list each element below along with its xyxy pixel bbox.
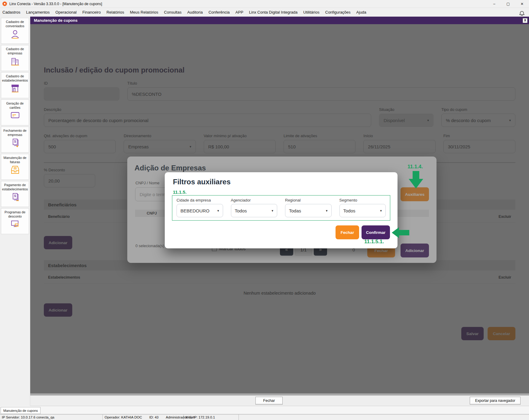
menu-conferencia[interactable]: Conferência (209, 10, 230, 15)
menu-lancamentos[interactable]: Lançamentos (26, 10, 50, 15)
menu-linx-conta-digital[interactable]: Linx Conta Digital Integrada (249, 10, 297, 15)
invoice-dollar-icon: $ (10, 192, 20, 202)
document-tray-icon (10, 165, 20, 174)
close-button[interactable]: ✕ (515, 0, 529, 8)
buildings-icon (10, 57, 20, 66)
invoice-dollar-icon: $ (10, 138, 20, 147)
annotation-11-1-4: 11.1.4. (407, 164, 423, 170)
storefront-icon (10, 84, 20, 93)
person-icon (10, 29, 20, 39)
menu-ajuda[interactable]: Ajuda (356, 10, 366, 15)
bottom-tab-strip: Manutenção de cupons (0, 406, 529, 414)
sidebar: Cadastro de conveniados Cadastro de empr… (0, 17, 30, 406)
bottom-band (30, 393, 529, 396)
filtros-fechar-button[interactable]: Fechar (336, 225, 359, 239)
menu-meus-relatorios[interactable]: Meus Relatórios (130, 10, 158, 15)
menu-cadastros[interactable]: Cadastros (2, 10, 20, 15)
sidebar-item-fechamento-empresas[interactable]: Fechamento de empresas $ (1, 127, 29, 153)
filtros-highlight-box: Cidade da empresa BEBEDOURO Agenciador T… (172, 195, 390, 221)
status-id: ID: 43 (149, 415, 159, 419)
chevron-down-icon (271, 209, 273, 213)
filtros-modal-title: Filtros auxiliares (173, 178, 231, 186)
menu-bar: Cadastros Lançamentos Operacional Financ… (0, 8, 529, 17)
menu-app[interactable]: APP (235, 10, 243, 15)
svg-text:$: $ (14, 194, 16, 198)
tab-bar: Manutenção de cupons X (30, 17, 529, 24)
annotation-left-arrow-icon (392, 227, 409, 238)
window-title: Linx Conecta - Versão 3.33.0.0 - [Manute… (9, 2, 102, 6)
chevron-down-icon (380, 209, 382, 213)
app-window: Linx Conecta - Versão 3.33.0.0 - [Manute… (0, 0, 529, 420)
credit-card-icon (10, 111, 20, 119)
cidade-empresa-label: Cidade da empresa (177, 198, 223, 202)
agenciador-label: Agenciador (231, 198, 277, 202)
segmento-label: Segmento (339, 198, 386, 202)
menu-operacional[interactable]: Operacional (55, 10, 76, 15)
status-operador-group: Operador: KATHIA DOC ID: 43 Administrado… (103, 414, 184, 420)
notifications-bell-icon[interactable] (519, 9, 525, 16)
exportar-navegador-button[interactable]: Exportar para navegador (470, 397, 521, 405)
sidebar-item-pagamento-estabelecimentos[interactable]: Pagamento de estabelecimentos $ (1, 181, 29, 207)
title-bar: Linx Conecta - Versão 3.33.0.0 - [Manute… (0, 0, 529, 8)
chevron-down-icon (217, 209, 219, 213)
sidebar-item-programas-desconto[interactable]: Programas de desconto (1, 208, 29, 234)
app-logo-icon (2, 2, 7, 6)
sidebar-item-geracao-cartoes[interactable]: Geração de cartões (1, 99, 29, 125)
menu-consultas[interactable]: Consultas (164, 10, 182, 15)
minimize-button[interactable]: – (487, 0, 501, 8)
monitor-tag-icon (10, 220, 20, 229)
menu-utilitarios[interactable]: Utilitários (303, 10, 319, 15)
cidade-empresa-select[interactable]: BEBEDOURO (177, 204, 223, 217)
tab-manutencao-cupons[interactable]: Manutenção de cupons (34, 18, 77, 23)
segmento-select[interactable]: Todos (339, 204, 386, 217)
bottom-button-bar: Fechar Exportar para navegador (30, 396, 529, 406)
menu-auditoria[interactable]: Auditoria (187, 10, 203, 15)
sidebar-item-cadastro-estabelecimentos[interactable]: Cadastro de estabelecimentos (1, 72, 29, 98)
regional-label: Regional (285, 198, 332, 202)
chevron-down-icon (326, 209, 328, 213)
status-meu-ip: Meu IP: 172.19.0.1 (184, 414, 239, 420)
annotation-11-1-5-1: 11.1.5.1. (364, 239, 384, 245)
bottom-tab-manutencao-cupons[interactable]: Manutenção de cupons (1, 407, 41, 414)
status-ip-servidor: IP Servidor: 10.0.17.6 conecta_qa (0, 414, 103, 420)
annotation-down-arrow-icon (409, 171, 423, 189)
maximize-button[interactable]: ▢ (501, 0, 515, 8)
annotation-11-1-5: 11.1.5. (173, 189, 187, 195)
tab-close-icon[interactable]: X (523, 18, 527, 23)
svg-text:$: $ (14, 140, 16, 143)
filtros-confirmar-button[interactable]: Confirmar (362, 225, 390, 239)
menu-financeiro[interactable]: Financeiro (82, 10, 101, 15)
menu-configuracoes[interactable]: Configurações (325, 10, 351, 15)
status-operador: Operador: KATHIA DOC (105, 415, 142, 419)
sidebar-item-cadastro-conveniados[interactable]: Cadastro de conveniados (1, 18, 29, 44)
sidebar-item-cadastro-empresas[interactable]: Cadastro de empresas (1, 45, 29, 71)
status-filler (239, 414, 529, 420)
main-content: Inclusão / edição do cupom promocional I… (30, 24, 529, 393)
bottom-fechar-button[interactable]: Fechar (255, 397, 283, 405)
sidebar-item-manutencao-faturas[interactable]: Manutenção de faturas (1, 154, 29, 180)
agenciador-select[interactable]: Todos (231, 204, 277, 217)
filtros-auxiliares-modal: Filtros auxiliares 11.1.5. Cidade da emp… (165, 172, 398, 248)
status-bar: IP Servidor: 10.0.17.6 conecta_qa Operad… (0, 414, 529, 420)
regional-select[interactable]: Todas (285, 204, 332, 217)
menu-relatorios[interactable]: Relatórios (106, 10, 124, 15)
